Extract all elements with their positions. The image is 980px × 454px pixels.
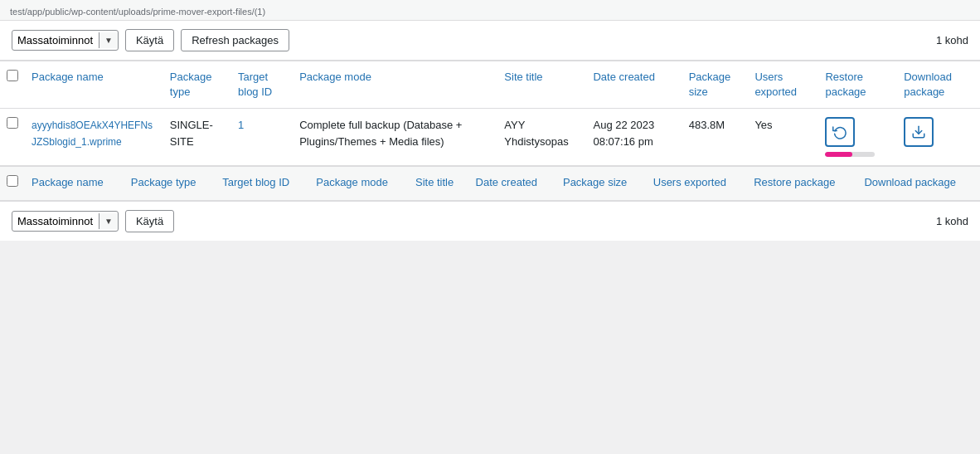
footer-header-package-type: Package type (124, 167, 216, 200)
row-date-created: Aug 22 2023 08:07:16 pm (586, 109, 682, 166)
apply-button-top[interactable]: Käytä (125, 29, 174, 51)
row-download-package-cell (897, 109, 980, 166)
row-target-blog-id: 1 (231, 109, 293, 166)
select-all-checkbox-bottom[interactable] (7, 175, 18, 187)
header-checkbox-cell (0, 61, 25, 109)
restore-progress-bar-fill (825, 152, 852, 157)
table-row: ayyyhdis8OEAkX4YHEFNsJZSblogid_1.wprime … (0, 109, 980, 166)
row-checkbox-0[interactable] (7, 117, 18, 129)
footer-header-checkbox-cell (0, 167, 25, 200)
row-restore-package-cell (818, 109, 897, 166)
row-package-size: 483.8M (682, 109, 749, 166)
download-package-button[interactable] (904, 117, 934, 147)
bulk-actions-select-top[interactable]: Massatoiminnot (12, 31, 99, 50)
footer-header-users-exported: Users exported (647, 167, 747, 200)
restore-package-button[interactable] (825, 117, 855, 147)
packages-table-wrapper: Package name Package type Target blog ID… (0, 61, 980, 166)
bulk-select-top[interactable]: Massatoiminnot ▼ (12, 30, 119, 51)
footer-header-package-mode: Package mode (309, 167, 409, 200)
footer-header-target-blog-id: Target blog ID (216, 167, 309, 200)
header-users-exported: Users exported (748, 61, 818, 109)
footer-table-header: Package name Package type Target blog ID… (0, 167, 980, 200)
footer-header-package-size: Package size (556, 167, 647, 200)
packages-table: Package name Package type Target blog ID… (0, 61, 980, 166)
top-toolbar: Massatoiminnot ▼ Käytä Refresh packages … (0, 21, 980, 61)
row-package-mode: Complete full backup (Database + Plugins… (293, 109, 497, 166)
footer-table: Package name Package type Target blog ID… (0, 166, 980, 200)
select-all-checkbox-top[interactable] (7, 70, 18, 81)
footer-header-download-package: Download package (857, 167, 980, 200)
table-body: ayyyhdis8OEAkX4YHEFNsJZSblogid_1.wprime … (0, 109, 980, 166)
bulk-select-arrow-bottom[interactable]: ▼ (99, 213, 118, 229)
footer-table-wrapper: Package name Package type Target blog ID… (0, 166, 980, 200)
row-package-name: ayyyhdis8OEAkX4YHEFNsJZSblogid_1.wprime (25, 109, 163, 166)
header-package-mode: Package mode (293, 61, 497, 109)
apply-button-bottom[interactable]: Käytä (125, 210, 174, 232)
row-users-exported: Yes (748, 109, 818, 166)
refresh-packages-button[interactable]: Refresh packages (181, 29, 289, 51)
footer-header-date-created: Date created (469, 167, 556, 200)
bulk-select-arrow-top[interactable]: ▼ (99, 32, 118, 48)
footer-header-package-name: Package name (25, 167, 124, 200)
download-icon (911, 124, 926, 139)
header-package-size: Package size (682, 61, 749, 109)
row-checkbox-cell (0, 109, 25, 166)
header-target-blog-id: Target blog ID (231, 61, 293, 109)
header-restore-package: Restore package (818, 61, 897, 109)
main-container: test/app/public/wp-content/uploads/prime… (0, 0, 980, 241)
restore-icon (832, 124, 847, 139)
header-package-type: Package type (163, 61, 231, 109)
path-text: test/app/public/wp-content/uploads/prime… (10, 3, 980, 20)
header-site-title: Site title (497, 61, 586, 109)
header-package-name: Package name (25, 61, 163, 109)
table-header: Package name Package type Target blog ID… (0, 61, 980, 109)
count-bottom: 1 kohd (936, 215, 968, 227)
restore-progress-bar-container (825, 152, 875, 157)
count-top: 1 kohd (936, 34, 968, 46)
bottom-toolbar: Massatoiminnot ▼ Käytä 1 kohd (0, 201, 980, 241)
bulk-actions-select-bottom[interactable]: Massatoiminnot (12, 212, 99, 231)
header-download-package: Download package (897, 61, 980, 109)
top-bar: test/app/public/wp-content/uploads/prime… (0, 0, 980, 21)
row-package-type: SINGLE-SITE (163, 109, 231, 166)
footer-header-restore-package: Restore package (747, 167, 857, 200)
header-date-created: Date created (586, 61, 682, 109)
row-site-title: AYY Yhdistysopas (497, 109, 586, 166)
bulk-select-bottom[interactable]: Massatoiminnot ▼ (12, 211, 119, 232)
footer-header-site-title: Site title (409, 167, 469, 200)
